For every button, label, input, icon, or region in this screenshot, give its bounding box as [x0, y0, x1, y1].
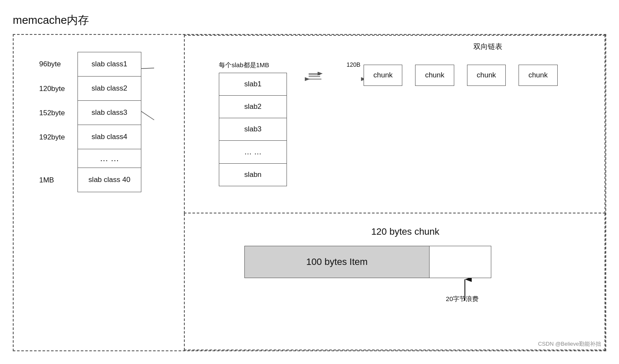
- byte-label-2: 120byte: [39, 85, 77, 93]
- slab-class-row-5: 1MB slab class 40: [39, 168, 141, 192]
- byte-label-4: 192byte: [39, 133, 77, 142]
- slab-dots: … …: [219, 141, 287, 164]
- slab-dots-row: … …: [39, 149, 141, 168]
- waste-label: 20字节浪费: [446, 295, 479, 303]
- slab-class-row-3: 152byte slab class3: [39, 101, 141, 125]
- slab-class-cell-3: slab class3: [77, 101, 141, 125]
- chunk-3: chunk: [467, 65, 506, 86]
- watermark: CSDN @Believe勤能补拙: [538, 340, 601, 348]
- byte-label-5: 1MB: [39, 176, 77, 185]
- slab-class-row-4: 192byte slab class4: [39, 125, 141, 149]
- slab-class-row-1: 96byte slab class1: [39, 52, 141, 77]
- chunk-chain: chunk chunk chunk chunk: [364, 65, 558, 86]
- slab-dots-cell: … …: [77, 149, 141, 168]
- slab-item-2: slab2: [219, 96, 287, 118]
- slab-list: 每个slab都是1MB slab1 slab2 slab3 … … slabn: [219, 61, 287, 186]
- doubly-linked-label: 双向链表: [473, 42, 502, 51]
- slab-class-section: 96byte slab class1 120byte slab class2 1…: [14, 35, 184, 350]
- main-diagram-box: 96byte slab class1 120byte slab class2 1…: [13, 34, 606, 351]
- waste-annotation: 20字节浪费: [446, 278, 479, 303]
- slab-class-table: 96byte slab class1 120byte slab class2 1…: [39, 52, 141, 192]
- slab-item-1: slab1: [219, 73, 287, 96]
- slab-list-table: slab1 slab2 slab3 … … slabn: [219, 73, 287, 186]
- right-top-section: 每个slab都是1MB slab1 slab2 slab3 … … slabn …: [184, 35, 605, 213]
- byte-label-1: 96byte: [39, 60, 77, 68]
- slab-class-cell-5: slab class 40: [77, 168, 141, 192]
- slab-size-label: 每个slab都是1MB: [219, 61, 287, 69]
- slab-class-cell-2: slab class2: [77, 77, 141, 101]
- slab-item-3: slab3: [219, 118, 287, 141]
- slab-class-cell-1: slab class1: [77, 52, 141, 77]
- chunk-1: chunk: [364, 65, 402, 86]
- slab-class-cell-4: slab class4: [77, 125, 141, 149]
- chunk-waste-bar: [430, 246, 491, 278]
- page-title: memcache内存: [13, 13, 606, 28]
- slab-class-row-2: 120byte slab class2: [39, 77, 141, 101]
- right-bottom-section: 120 bytes chunk 100 bytes Item 20字节浪费: [184, 213, 605, 350]
- byte-label-3: 152byte: [39, 109, 77, 117]
- chunk-4: chunk: [519, 65, 557, 86]
- chunk-detail: 120 bytes chunk 100 bytes Item 20字节浪费: [219, 226, 592, 308]
- chunk-2: chunk: [415, 65, 454, 86]
- slab-item-n: slabn: [219, 164, 287, 186]
- chunk-item-bar: 100 bytes Item: [244, 246, 430, 278]
- chunk-detail-title: 120 bytes chunk: [219, 226, 592, 237]
- chunk-size-label: 120B: [347, 61, 361, 68]
